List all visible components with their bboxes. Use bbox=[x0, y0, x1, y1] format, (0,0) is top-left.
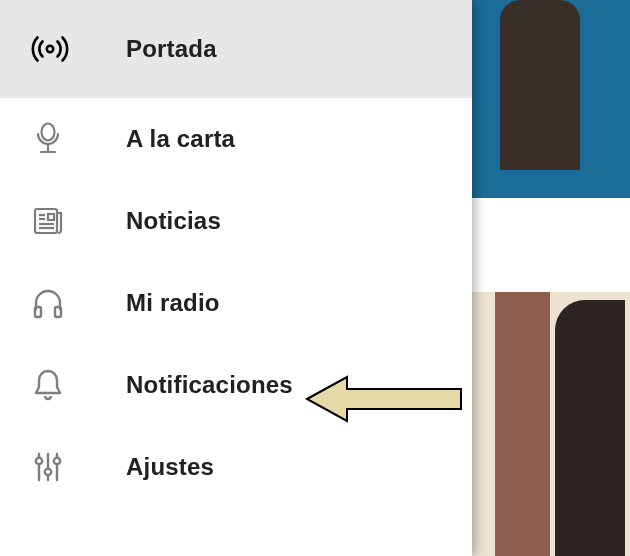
svg-point-1 bbox=[42, 124, 55, 141]
sidebar-item-notificaciones[interactable]: Notificaciones bbox=[0, 344, 472, 426]
sidebar-item-label: Notificaciones bbox=[126, 371, 293, 399]
svg-point-15 bbox=[36, 458, 42, 464]
sliders-icon bbox=[28, 447, 126, 487]
sidebar-item-a-la-carta[interactable]: A la carta bbox=[0, 98, 472, 180]
navigation-drawer: Portada A la carta Noticias bbox=[0, 0, 472, 556]
svg-point-16 bbox=[45, 469, 51, 475]
headphones-icon bbox=[28, 283, 126, 323]
sidebar-item-noticias[interactable]: Noticias bbox=[0, 180, 472, 262]
svg-rect-10 bbox=[35, 307, 41, 317]
sidebar-item-label: A la carta bbox=[126, 125, 235, 153]
broadcast-icon bbox=[28, 27, 126, 71]
sidebar-item-mi-radio[interactable]: Mi radio bbox=[0, 262, 472, 344]
svg-point-0 bbox=[47, 46, 53, 52]
background-door bbox=[495, 292, 550, 556]
background-mid bbox=[470, 198, 630, 292]
sidebar-item-portada[interactable]: Portada bbox=[0, 0, 472, 98]
background-person-bottom bbox=[555, 300, 625, 556]
microphone-icon bbox=[28, 119, 126, 159]
sidebar-item-ajustes[interactable]: Ajustes bbox=[0, 426, 472, 508]
background-person-top bbox=[500, 0, 580, 170]
bell-icon bbox=[28, 365, 126, 405]
svg-rect-11 bbox=[55, 307, 61, 317]
svg-point-17 bbox=[54, 458, 60, 464]
sidebar-item-label: Portada bbox=[126, 35, 217, 63]
sidebar-item-label: Noticias bbox=[126, 207, 221, 235]
news-icon bbox=[28, 201, 126, 241]
sidebar-item-label: Ajustes bbox=[126, 453, 214, 481]
svg-rect-7 bbox=[48, 214, 54, 220]
sidebar-item-label: Mi radio bbox=[126, 289, 220, 317]
